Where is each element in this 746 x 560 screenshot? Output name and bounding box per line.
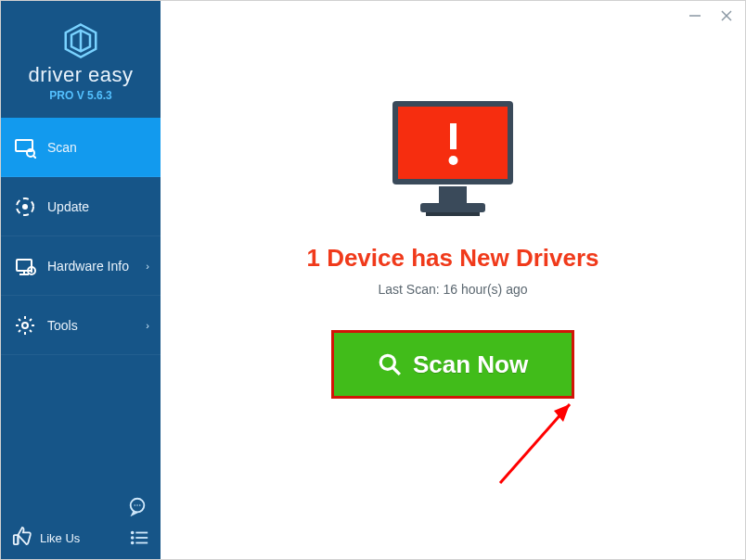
svg-point-15 [135,504,135,505]
update-icon [12,194,38,220]
sidebar-item-update[interactable]: Update [1,177,161,236]
brand-name: driver easy [28,63,133,87]
svg-point-13 [22,323,28,328]
svg-rect-31 [420,203,485,212]
sidebar-item-scan[interactable]: Scan [1,118,161,177]
svg-point-16 [136,504,137,505]
brand-block: driver easy PRO V 5.6.3 [1,1,161,118]
sidebar-item-label: Update [47,199,89,214]
svg-rect-30 [439,186,467,203]
sidebar-item-tools[interactable]: Tools › [1,296,161,355]
main-panel: 1 Device has New Drivers Last Scan: 16 h… [161,1,745,559]
chevron-right-icon: › [146,320,149,331]
svg-rect-18 [14,535,19,544]
svg-rect-8 [17,260,32,271]
svg-point-7 [22,204,28,210]
search-icon [378,352,402,376]
feedback-icon[interactable] [127,496,148,516]
close-button[interactable] [717,6,736,25]
menu-list-icon[interactable] [129,528,149,548]
hardware-icon [12,253,38,279]
app-window: driver easy PRO V 5.6.3 Scan [0,0,746,560]
minimize-button[interactable] [686,6,704,25]
scan-now-button[interactable]: Scan Now [331,330,574,399]
like-us-button[interactable]: Like Us [12,526,80,550]
chevron-right-icon: › [146,261,149,272]
sidebar-item-label: Tools [47,318,78,333]
svg-rect-32 [426,212,480,216]
svg-point-34 [449,156,458,165]
sidebar-nav: Scan Update [1,118,161,355]
sidebar-item-label: Hardware Info [47,259,129,274]
svg-rect-33 [450,123,457,149]
sidebar: driver easy PRO V 5.6.3 Scan [1,1,161,559]
sidebar-item-hardware-info[interactable]: Hardware Info › [1,236,161,296]
sidebar-footer: Like Us [1,487,161,559]
sidebar-item-label: Scan [47,140,77,155]
status-title: 1 Device has New Drivers [306,244,598,273]
thumbs-up-icon [12,526,32,550]
svg-line-5 [33,156,36,159]
svg-point-35 [380,355,394,369]
svg-point-19 [132,532,134,534]
monitor-alert-icon [383,97,522,220]
brand-version: PRO V 5.6.3 [49,89,111,102]
scan-content: 1 Device has New Drivers Last Scan: 16 h… [161,1,745,559]
last-scan-text: Last Scan: 16 hour(s) ago [378,282,527,297]
svg-point-21 [132,537,134,539]
scan-icon [12,134,38,160]
scan-now-label: Scan Now [413,350,528,379]
window-controls [686,6,736,25]
svg-point-23 [132,542,134,544]
svg-point-17 [139,504,140,505]
app-logo-icon [62,22,99,59]
like-us-label: Like Us [40,531,80,545]
svg-line-36 [392,367,400,375]
tools-icon [12,312,38,338]
